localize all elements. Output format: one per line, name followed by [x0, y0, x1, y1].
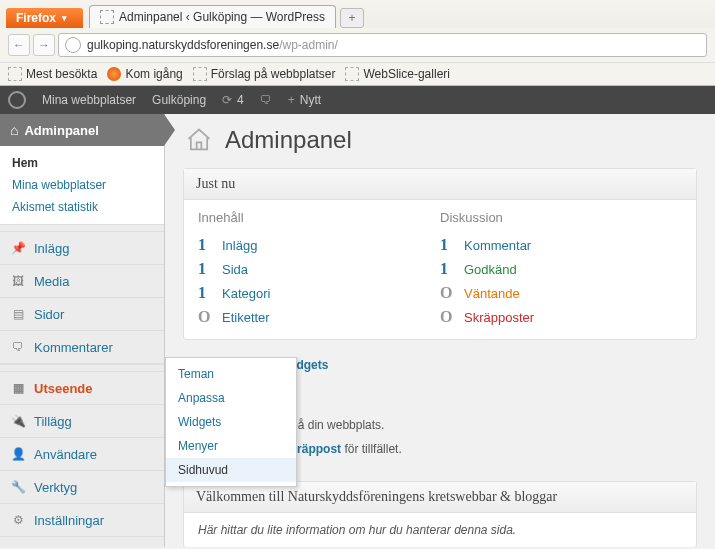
menu-separator	[0, 224, 164, 232]
submenu-my-sites[interactable]: Mina webbplatser	[0, 174, 164, 196]
stat-posts: 1Inlägg	[198, 233, 440, 257]
bookmark-icon	[345, 67, 359, 81]
appearance-flyout: Teman Anpassa Widgets Menyer Sidhuvud	[165, 357, 297, 487]
link-categories[interactable]: Kategori	[222, 286, 270, 301]
admin-sidebar: ⌂ Adminpanel Hem Mina webbplatser Akisme…	[0, 114, 165, 547]
bookmarks-bar: Mest besökta Kom igång Förslag på webbpl…	[0, 62, 715, 85]
welcome-widget: Välkommen till Naturskyddsföreningens kr…	[183, 481, 697, 547]
flyout-themes[interactable]: Teman	[166, 362, 296, 386]
menu-pages[interactable]: ▤Sidor	[0, 298, 164, 331]
comment-icon: 🗨	[260, 93, 272, 107]
bookmark-most-visited[interactable]: Mest besökta	[8, 67, 97, 81]
link-approved[interactable]: Godkänd	[464, 262, 517, 277]
menu-plugins[interactable]: 🔌Tillägg	[0, 405, 164, 438]
flyout-menus[interactable]: Menyer	[166, 434, 296, 458]
menu-media[interactable]: 🖼Media	[0, 265, 164, 298]
stat-pages: 1Sida	[198, 257, 440, 281]
widget-title: Just nu	[184, 169, 696, 200]
site-name-menu[interactable]: Gulköping	[152, 93, 206, 107]
nav-toolbar: ← → gulkoping.naturskyddsforeningen.se/w…	[0, 28, 715, 62]
stat-approved: 1Godkänd	[440, 257, 682, 281]
bookmark-suggestions[interactable]: Förslag på webbplatser	[193, 67, 336, 81]
welcome-body: Här hittar du lite information om hur du…	[184, 513, 696, 547]
browser-chrome: Firefox Adminpanel ‹ Gulköping — WordPre…	[0, 0, 715, 86]
refresh-icon: ⟳	[222, 93, 232, 107]
link-comments[interactable]: Kommentar	[464, 238, 531, 253]
menu-separator	[0, 364, 164, 372]
widget-body: Innehåll 1Inlägg 1Sida 1Kategori OEtiket…	[184, 200, 696, 339]
column-header: Innehåll	[198, 210, 440, 225]
submenu-home[interactable]: Hem	[0, 152, 164, 174]
menu-settings[interactable]: ⚙Inställningar	[0, 504, 164, 537]
stat-pending: OVäntande	[440, 281, 682, 305]
discussion-column: Diskussion 1Kommentar 1Godkänd OVäntande…	[440, 210, 682, 329]
tab-title: Adminpanel ‹ Gulköping — WordPress	[119, 10, 325, 24]
my-sites-menu[interactable]: Mina webbplatser	[42, 93, 136, 107]
wordpress-icon	[8, 91, 26, 109]
column-header: Diskussion	[440, 210, 682, 225]
url-text: gulkoping.naturskyddsforeningen.se/wp-ad…	[87, 38, 338, 52]
link-pages[interactable]: Sida	[222, 262, 248, 277]
new-tab-button[interactable]: +	[340, 8, 364, 28]
stat-comments: 1Kommentar	[440, 233, 682, 257]
flyout-widgets[interactable]: Widgets	[166, 410, 296, 434]
wp-logo-menu[interactable]	[8, 91, 26, 109]
updates-menu[interactable]: ⟳4	[222, 93, 244, 107]
new-content-menu[interactable]: +Nytt	[288, 93, 321, 107]
dashboard-submenu: Hem Mina webbplatser Akismet statistik	[0, 146, 164, 224]
pin-icon: 📌	[10, 240, 26, 256]
tools-icon: 🔧	[10, 479, 26, 495]
right-now-widget: Just nu Innehåll 1Inlägg 1Sida 1Kategori…	[183, 168, 697, 340]
stat-spam: OSkräpposter	[440, 305, 682, 329]
menu-custom-fields[interactable]: ▦Egna fält	[0, 537, 164, 549]
home-icon: ⌂	[10, 122, 18, 138]
plus-icon: +	[288, 93, 295, 107]
url-bar[interactable]: gulkoping.naturskyddsforeningen.se/wp-ad…	[58, 33, 707, 57]
submenu-akismet[interactable]: Akismet statistik	[0, 196, 164, 218]
page-title: Adminpanel	[225, 126, 352, 154]
wp-admin-bar: Mina webbplatser Gulköping ⟳4 🗨 +Nytt	[0, 86, 715, 114]
browser-tab[interactable]: Adminpanel ‹ Gulköping — WordPress	[89, 5, 336, 28]
link-tags[interactable]: Etiketter	[222, 310, 270, 325]
forward-button[interactable]: →	[33, 34, 55, 56]
link-posts[interactable]: Inlägg	[222, 238, 257, 253]
stat-categories: 1Kategori	[198, 281, 440, 305]
globe-icon	[65, 37, 81, 53]
firefox-icon	[107, 67, 121, 81]
tab-favicon	[100, 10, 114, 24]
menu-tools[interactable]: 🔧Verktyg	[0, 471, 164, 504]
flyout-customize[interactable]: Anpassa	[166, 386, 296, 410]
wp-body: ⌂ Adminpanel Hem Mina webbplatser Akisme…	[0, 114, 715, 547]
menu-users[interactable]: 👤Användare	[0, 438, 164, 471]
menu-posts[interactable]: 📌Inlägg	[0, 232, 164, 265]
users-icon: 👤	[10, 446, 26, 462]
plugin-icon: 🔌	[10, 413, 26, 429]
bookmark-icon	[8, 67, 22, 81]
content-column: Innehåll 1Inlägg 1Sida 1Kategori OEtiket…	[198, 210, 440, 329]
link-spam[interactable]: Skräpposter	[464, 310, 534, 325]
fields-icon: ▦	[10, 545, 26, 549]
menu-dashboard[interactable]: ⌂ Adminpanel	[0, 114, 164, 146]
flyout-header[interactable]: Sidhuvud	[166, 458, 296, 482]
firefox-menu-button[interactable]: Firefox	[6, 8, 83, 28]
menu-comments[interactable]: 🗨Kommentarer	[0, 331, 164, 364]
link-pending[interactable]: Väntande	[464, 286, 520, 301]
bookmark-getting-started[interactable]: Kom igång	[107, 67, 182, 81]
stat-tags: OEtiketter	[198, 305, 440, 329]
back-button[interactable]: ←	[8, 34, 30, 56]
menu-appearance[interactable]: ▦Utseende	[0, 372, 164, 405]
media-icon: 🖼	[10, 273, 26, 289]
bookmark-icon	[193, 67, 207, 81]
bookmark-webslice[interactable]: WebSlice-galleri	[345, 67, 449, 81]
page-icon: ▤	[10, 306, 26, 322]
page-title-row: Adminpanel	[183, 126, 697, 154]
appearance-icon: ▦	[10, 380, 26, 396]
tab-strip: Firefox Adminpanel ‹ Gulköping — WordPre…	[0, 0, 715, 28]
comments-menu[interactable]: 🗨	[260, 93, 272, 107]
home-icon	[183, 126, 215, 154]
settings-icon: ⚙	[10, 512, 26, 528]
comment-icon: 🗨	[10, 339, 26, 355]
